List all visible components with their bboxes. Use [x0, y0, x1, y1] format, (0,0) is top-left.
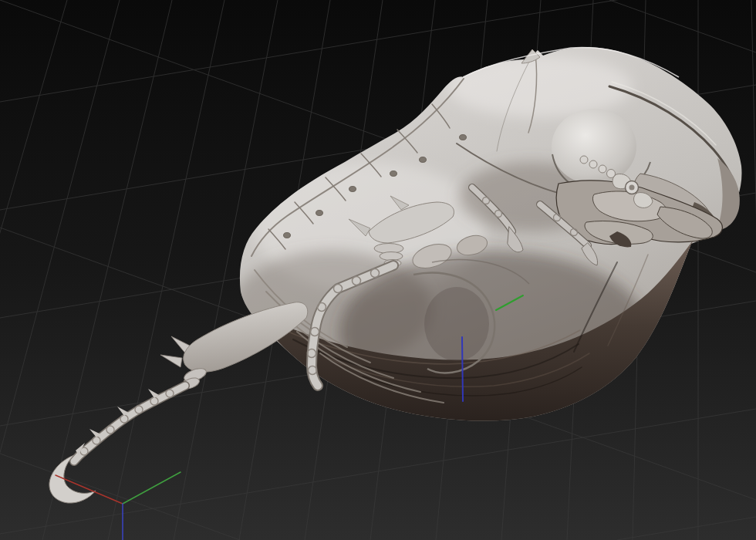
sculpt-viewport[interactable] — [0, 0, 756, 540]
viewport-canvas[interactable] — [0, 0, 756, 540]
blue-axis-marker — [462, 337, 463, 401]
head-dome — [552, 109, 636, 184]
